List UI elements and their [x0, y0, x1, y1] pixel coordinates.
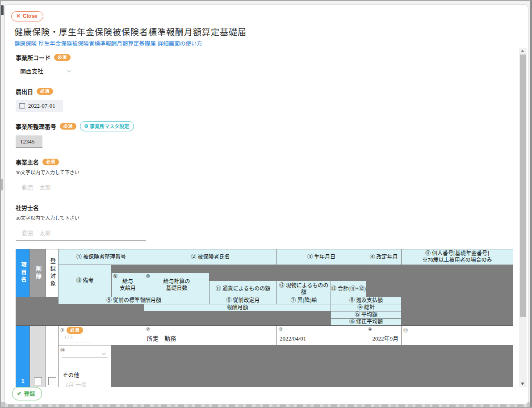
insured-number-input[interactable]: 123	[63, 334, 92, 342]
header-c06: ⑥ 従前改定月	[209, 297, 276, 304]
office-ref-input[interactable]: 12345	[16, 135, 42, 148]
header-c18: ⑱ 備考	[59, 265, 111, 297]
check-icon: ✔	[17, 390, 21, 397]
header-c11: ⑪ 通貨によるものの額	[209, 281, 276, 297]
close-icon: ✕	[16, 13, 21, 19]
consultant-name-label-row: 社労士名	[16, 203, 519, 212]
header-c15: ⑮ 平均額	[331, 311, 401, 318]
revision-month-cell: ④ 2022年9月	[366, 326, 401, 345]
header-c16: ⑯ 修正平均額	[331, 319, 401, 325]
table-row: 1 ①必須 123 ② 所定 勤務 ③ 2022/04/01 ④	[16, 326, 513, 387]
required-badge: 必須	[37, 88, 53, 95]
register-checkbox[interactable]	[48, 377, 56, 385]
background-page-fragment	[1, 5, 4, 15]
scroll-down-arrow[interactable]	[521, 383, 524, 385]
header-c02: ② 被保険者氏名	[144, 249, 276, 265]
header-c05: ⑤ 従前の標準報酬月額	[59, 297, 209, 304]
chevron-down-icon	[102, 351, 106, 355]
required-badge: 必須	[60, 123, 76, 130]
row-index: 1	[16, 326, 29, 387]
help-link[interactable]: 健康保険-厚生年金保険被保険者標準報酬月額算定基礎届-詳細画面の使い方	[14, 39, 202, 47]
remarks-other-label: その他	[63, 370, 80, 379]
modal-scroll-area[interactable]: 事業所コード 必須 関西支社 届出日 必須 2022-07-01 事業所整理番号…	[5, 48, 519, 387]
register-checkbox-cell	[46, 326, 58, 387]
header-c10: ⑩ 給与計算の基礎日数	[144, 273, 209, 297]
report-date-label-row: 届出日 必須	[16, 87, 519, 96]
submit-button[interactable]: ✔登録	[12, 387, 42, 400]
insured-name-cell: ② 所定 勤務	[144, 326, 276, 345]
screen-frame: ✕Close 健康保険・厚生年金保険被保険者標準報酬月額算定基礎届 健康保険-厚…	[0, 0, 532, 408]
employer-name-input[interactable]: 勤怠 太郎	[16, 182, 146, 195]
report-date-input[interactable]: 2022-07-01	[16, 100, 63, 112]
office-ref-label-row: 事業所整理番号 必須 ⚙事業所マスタ設定	[16, 121, 519, 131]
personal-number-cell: ⑰	[402, 326, 513, 345]
delete-checkbox-cell	[30, 326, 46, 387]
page-title: 健康保険・厚生年金保険被保険者標準報酬月額算定基礎届	[14, 25, 247, 38]
required-badge: 必須	[54, 54, 71, 61]
header-c04: ④ 改定年月	[366, 249, 401, 265]
required-badge: 必須	[67, 327, 83, 334]
calendar-icon	[19, 103, 25, 109]
scrollbar[interactable]	[519, 48, 527, 387]
consultant-name-hint: 30文字以内で入力して下さい	[16, 214, 519, 221]
header-remuneration: 報酬月額	[144, 304, 331, 311]
scroll-up-arrow[interactable]	[521, 50, 524, 52]
scrollbar-thumb[interactable]	[520, 55, 526, 317]
remarks-cell: ⑱ その他 6月 一般	[59, 345, 111, 387]
header-c13: ⑬ 合計(⑪+⑫)	[331, 281, 366, 297]
header-c01: ① 被保険者整理番号	[59, 249, 144, 265]
employer-name-label-row: 事業主名 必須	[16, 158, 519, 166]
employer-name-hint: 30文字以内で入力して下さい	[16, 168, 519, 176]
gear-icon: ⚙	[84, 123, 88, 129]
form-modal: ✕Close 健康保険・厚生年金保険被保険者標準報酬月額算定基礎届 健康保険-厚…	[4, 4, 528, 404]
office-master-settings-button[interactable]: ⚙事業所マスタ設定	[80, 121, 134, 131]
office-code-select[interactable]: 関西支社	[16, 66, 73, 78]
header-c12: ⑫ 現物によるものの額	[277, 281, 331, 297]
required-badge: 必須	[42, 159, 59, 166]
close-button[interactable]: ✕Close	[11, 11, 43, 21]
office-code-label-row: 事業所コード 必須	[16, 53, 519, 62]
header-c07: ⑦ 昇(降)給	[277, 297, 331, 304]
insured-number-cell: ①必須 123	[59, 326, 144, 345]
header-c09: ⑨ 給与支給月	[112, 273, 144, 297]
header-item-no: 項目名	[16, 249, 29, 297]
header-c17: ⑰ 個人番号[基礎年金番号]※70歳以上被用者の場合のみ	[402, 249, 513, 265]
header-c03: ③ 生年月日	[277, 249, 366, 265]
birth-date-cell: ③ 2022/04/01	[277, 326, 366, 345]
header-delete: 削除	[30, 249, 46, 297]
header-register-target: 登録対象	[46, 249, 58, 297]
background-page-fragment	[1, 179, 3, 190]
remarks-input[interactable]: 6月 一般	[59, 380, 111, 387]
header-c14: ⑭ 総計	[331, 304, 401, 311]
delete-checkbox[interactable]	[34, 377, 42, 385]
remarks-select[interactable]	[62, 349, 108, 358]
consultant-name-input[interactable]: 勤怠 太郎	[16, 227, 146, 241]
header-c08: ⑧ 遡及支払額	[331, 297, 401, 304]
table-header: 項目名 削除 登録対象 ① 被保険者整理番号 ② 被保険者氏名 ③ 生年月日 ④…	[16, 249, 513, 326]
chevron-down-icon	[67, 69, 71, 73]
